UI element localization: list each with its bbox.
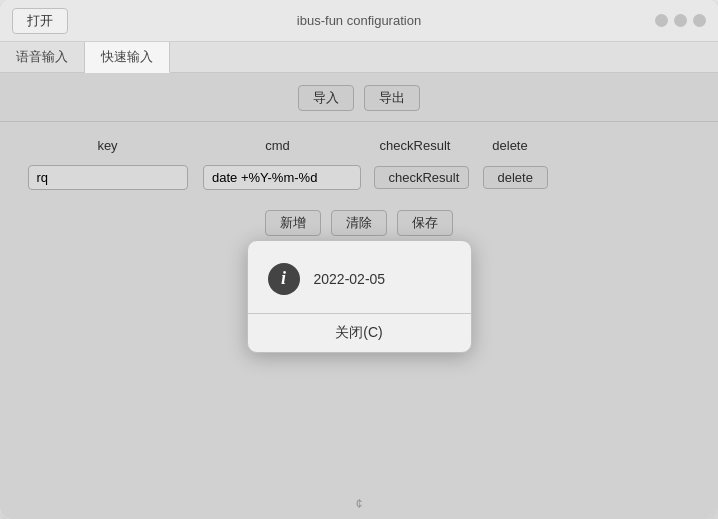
tab-quick-input[interactable]: 快速输入 [85,42,170,73]
open-button[interactable]: 打开 [12,8,68,34]
minimize-button[interactable] [655,14,668,27]
titlebar-left: 打开 [12,8,68,34]
titlebar: 打开 ibus-fun configuration [0,0,718,42]
info-dialog: i 2022-02-05 关闭(C) [247,240,472,353]
tab-voice-input[interactable]: 语音输入 [0,42,85,72]
tab-bar: 语音输入 快速输入 [0,42,718,73]
dialog-body: i 2022-02-05 [248,241,471,313]
dialog-info-icon: i [268,263,300,295]
dialog-close-button[interactable]: 关闭(C) [248,314,471,352]
main-window: 打开 ibus-fun configuration 语音输入 快速输入 导入 导… [0,0,718,519]
dialog-message: 2022-02-05 [314,271,386,287]
close-button[interactable] [693,14,706,27]
maximize-button[interactable] [674,14,687,27]
main-content: 导入 导出 key cmd checkResult delete checkRe… [0,73,718,519]
info-icon-text: i [281,268,286,289]
window-controls [655,14,706,27]
window-title: ibus-fun configuration [297,13,421,28]
dialog-overlay: i 2022-02-05 关闭(C) [0,73,718,519]
dialog-actions: 关闭(C) [248,314,471,352]
